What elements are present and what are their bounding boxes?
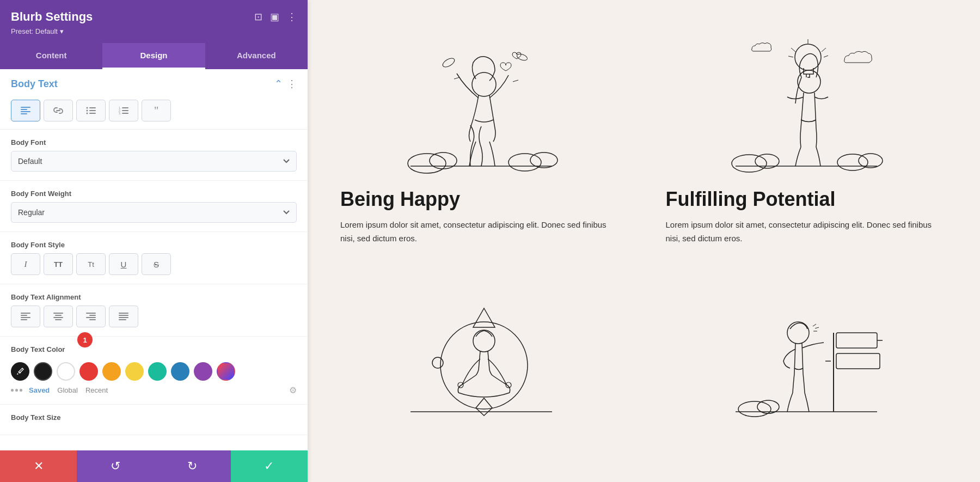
svg-rect-19 — [21, 319, 27, 320]
bottom-bar: ✕ ↺ ↻ ✓ — [0, 450, 308, 482]
color-swatch-blue[interactable] — [171, 362, 189, 381]
section-header-actions: ⌃ ⋮ — [274, 78, 297, 90]
being-happy-text: Lorem ipsum dolor sit amet, consectetur … — [340, 218, 622, 246]
svg-point-37 — [472, 72, 496, 96]
align-buttons — [11, 306, 297, 327]
svg-point-39 — [516, 53, 528, 62]
color-tab-recent[interactable]: Recent — [85, 386, 108, 394]
being-happy-title: Being Happy — [340, 187, 460, 211]
color-swatch-yellow[interactable] — [125, 362, 144, 381]
section-more-button[interactable]: ⋮ — [287, 78, 297, 90]
eyedropper-button[interactable] — [11, 362, 29, 381]
body-text-color-field: Body Text Color — [0, 337, 308, 405]
italic-button[interactable]: I — [11, 253, 40, 275]
svg-line-41 — [513, 80, 518, 82]
svg-rect-22 — [53, 317, 63, 318]
color-more-dots[interactable] — [11, 389, 22, 392]
svg-rect-20 — [53, 313, 63, 314]
fulfilling-potential-text: Lorem ipsum dolor sit amet, consectetur … — [666, 218, 948, 246]
illustration-being-happy — [340, 22, 622, 174]
tab-design[interactable]: Design — [102, 43, 205, 69]
format-list-ul-button[interactable] — [76, 100, 106, 121]
align-center-button[interactable] — [44, 306, 73, 327]
svg-rect-66 — [836, 353, 880, 369]
body-text-color-label: Body Text Color — [11, 345, 297, 353]
svg-point-4 — [87, 107, 88, 109]
color-swatch-teal[interactable] — [148, 362, 167, 381]
svg-point-36 — [530, 152, 558, 168]
save-button[interactable]: ✓ — [231, 450, 308, 482]
svg-line-53 — [788, 56, 793, 57]
align-left-button[interactable] — [11, 306, 40, 327]
svg-rect-17 — [21, 315, 27, 316]
svg-rect-3 — [21, 113, 27, 114]
undo-button[interactable]: ↺ — [77, 450, 154, 482]
format-quote-button[interactable]: " — [142, 100, 171, 121]
svg-rect-18 — [21, 317, 30, 318]
color-settings-icon[interactable]: ⚙ — [289, 385, 297, 395]
svg-line-52 — [791, 48, 795, 52]
underline-button[interactable]: U — [109, 253, 138, 275]
body-font-label: Body Font — [11, 138, 297, 147]
redo-button[interactable]: ↻ — [154, 450, 231, 482]
body-text-alignment-field: Body Text Alignment — [0, 284, 308, 337]
body-font-field: Body Font Default Open Sans Roboto Lato — [0, 130, 308, 181]
color-tabs: Saved Global Recent — [29, 386, 108, 394]
preset-label[interactable]: Preset: Default — [11, 27, 58, 35]
svg-point-6 — [87, 110, 88, 112]
fullscreen-icon[interactable]: ⊡ — [254, 11, 262, 23]
format-align-left-button[interactable] — [11, 100, 40, 121]
color-swatches-row — [11, 358, 297, 383]
format-link-button[interactable] — [44, 100, 73, 121]
cancel-button[interactable]: ✕ — [0, 450, 77, 482]
body-font-weight-select[interactable]: Regular Bold Light SemiBold — [11, 202, 297, 223]
svg-rect-26 — [86, 317, 96, 318]
color-swatch-orange[interactable] — [102, 362, 121, 381]
align-right-button[interactable] — [76, 306, 106, 327]
panel-header: Blurb Settings ⊡ ▣ ⋮ Preset: Default ▾ — [0, 0, 308, 43]
svg-rect-7 — [89, 110, 96, 111]
capitalize-button[interactable]: Tt — [76, 253, 106, 275]
svg-rect-16 — [21, 313, 30, 314]
illustration-direction — [666, 267, 948, 420]
svg-point-58 — [440, 322, 528, 409]
blurb-card-meditation — [340, 267, 622, 433]
color-swatch-white[interactable] — [57, 362, 75, 381]
illustration-fulfilling-potential — [666, 22, 948, 174]
svg-point-45 — [837, 154, 868, 170]
align-justify-button[interactable] — [109, 306, 138, 327]
svg-rect-15 — [122, 113, 128, 114]
settings-panel: Blurb Settings ⊡ ▣ ⋮ Preset: Default ▾ C… — [0, 0, 308, 482]
svg-point-67 — [787, 322, 809, 344]
panel-title: Blurb Settings — [11, 10, 93, 24]
style-buttons: I TT Tt U S — [11, 253, 297, 275]
color-tab-global[interactable]: Global — [57, 386, 78, 394]
strikethrough-button[interactable]: S — [142, 253, 171, 275]
svg-text:3.: 3. — [119, 112, 121, 114]
color-tab-saved[interactable]: Saved — [29, 386, 50, 394]
body-text-size-label: Body Text Size — [11, 413, 297, 422]
color-swatch-purple[interactable] — [194, 362, 212, 381]
body-font-weight-field: Body Font Weight Regular Bold Light Semi… — [0, 181, 308, 232]
svg-rect-28 — [119, 313, 128, 314]
svg-point-68 — [738, 401, 771, 417]
color-swatch-red[interactable] — [79, 362, 98, 381]
body-text-size-field: Body Text Size — [0, 405, 308, 435]
svg-point-8 — [87, 113, 88, 114]
body-font-style-field: Body Font Style I TT Tt U S — [0, 232, 308, 284]
svg-rect-1 — [21, 109, 27, 110]
tab-advanced[interactable]: Advanced — [205, 43, 308, 69]
body-font-select[interactable]: Default Open Sans Roboto Lato — [11, 151, 297, 172]
tab-content[interactable]: Content — [0, 43, 102, 69]
color-gradient-button[interactable] — [217, 362, 235, 381]
format-list-ol-button[interactable]: 1.2.3. — [109, 100, 138, 121]
svg-point-48 — [795, 44, 821, 70]
svg-rect-24 — [86, 313, 96, 314]
blurb-card-fulfilling-potential: Fulfilling Potential Lorem ipsum dolor s… — [666, 22, 948, 246]
section-collapse-button[interactable]: ⌃ — [274, 78, 283, 90]
color-swatch-black[interactable] — [34, 362, 52, 381]
svg-line-40 — [454, 77, 460, 79]
uppercase-button[interactable]: TT — [44, 253, 73, 275]
collapse-icon[interactable]: ▣ — [270, 11, 279, 23]
more-icon[interactable]: ⋮ — [287, 11, 297, 23]
